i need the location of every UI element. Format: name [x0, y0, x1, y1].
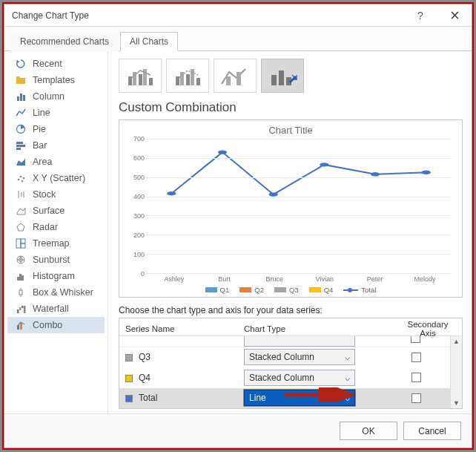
col-series-name: Series Name	[119, 323, 238, 335]
bar-icon	[15, 140, 27, 151]
sidebar-item-label: Templates	[33, 75, 75, 85]
sidebar-item-label: Bar	[33, 140, 47, 151]
line-icon	[15, 107, 27, 119]
svg-rect-44	[191, 69, 194, 85]
cancel-button[interactable]: Cancel	[403, 422, 461, 440]
change-chart-type-dialog: Change Chart Type ? Recommended Charts A…	[4, 4, 472, 448]
tab-recommended[interactable]: Recommended Charts	[10, 32, 119, 51]
svg-rect-25	[19, 274, 22, 281]
section-title: Custom Combination	[119, 100, 463, 115]
chart-title: Chart Title	[127, 125, 454, 136]
sidebar-item-label: Treemap	[33, 238, 70, 249]
chart-type-select[interactable]: Line⌵	[244, 390, 355, 406]
sidebar-item-label: Stock	[33, 189, 56, 200]
svg-rect-41	[176, 76, 179, 85]
sidebar-item-box-whisker[interactable]: Box & Whisker	[7, 284, 105, 301]
svg-rect-46	[226, 76, 231, 85]
series-name-cell: Total	[119, 391, 238, 404]
sidebar-item-column[interactable]: Column	[7, 88, 105, 105]
svg-rect-35	[20, 323, 22, 330]
surface-icon	[15, 205, 27, 217]
sidebar-item-combo[interactable]: Combo	[7, 317, 105, 333]
svg-rect-45	[196, 78, 200, 85]
radar-icon	[15, 221, 27, 233]
sidebar-item-treemap[interactable]: Treemap	[7, 235, 105, 252]
svg-rect-17	[16, 239, 21, 248]
series-scrollbar[interactable]: ▲ ▼	[450, 336, 462, 408]
sidebar-item-label: Pie	[33, 124, 46, 134]
svg-point-11	[23, 177, 25, 180]
legend-total: Total	[361, 286, 376, 294]
templates-icon	[15, 74, 27, 86]
custom-combination-icon	[268, 65, 297, 87]
svg-rect-2	[17, 96, 19, 101]
sidebar-item-label: Surface	[33, 206, 65, 216]
chart-x-axis: AshleyBurtBruceVivianPeterMelody	[127, 274, 454, 283]
sidebar-item-surface[interactable]: Surface	[7, 203, 105, 219]
scroll-up-icon: ▲	[453, 338, 460, 345]
svg-rect-43	[186, 74, 190, 85]
sidebar-item-x-y-scatter-[interactable]: X Y (Scatter)	[7, 170, 105, 186]
svg-rect-42	[180, 72, 184, 85]
secondary-axis-checkbox[interactable]	[411, 373, 421, 382]
recent-icon	[15, 58, 27, 70]
x-y-scatter--icon	[15, 172, 27, 184]
svg-rect-47	[237, 72, 241, 85]
chart-plot-area	[146, 139, 452, 274]
chart-legend: Q1 Q2 Q3 Q4 Total	[127, 286, 454, 294]
variant-custom[interactable]	[261, 59, 304, 93]
tab-all-charts[interactable]: All Charts	[120, 32, 178, 51]
svg-rect-30	[17, 309, 19, 313]
variant-3[interactable]	[214, 59, 257, 93]
help-button[interactable]: ?	[403, 4, 437, 27]
series-row-q3[interactable]: Q3Stacked Column⌵	[119, 347, 450, 367]
sidebar-item-label: Column	[33, 91, 65, 102]
sidebar-item-radar[interactable]: Radar	[7, 219, 105, 235]
legend-q2: Q2	[254, 286, 264, 294]
col-chart-type: Chart Type	[238, 323, 394, 335]
sidebar-item-waterfall[interactable]: Waterfall	[7, 301, 105, 317]
chart-y-axis: 0100200300400500600700	[127, 139, 146, 274]
svg-rect-4	[23, 95, 25, 101]
legend-q3: Q3	[289, 286, 299, 294]
sidebar-item-stock[interactable]: Stock	[7, 186, 105, 203]
svg-rect-26	[22, 275, 24, 281]
variant-2[interactable]	[166, 59, 209, 93]
ok-button[interactable]: OK	[340, 422, 397, 440]
sidebar-item-templates[interactable]: Templates	[7, 72, 105, 88]
sidebar-item-pie[interactable]: Pie	[7, 121, 105, 137]
sidebar-item-bar[interactable]: Bar	[7, 137, 105, 154]
sidebar-item-area[interactable]: Area	[7, 154, 105, 170]
sidebar-item-line[interactable]: Line	[7, 105, 105, 121]
chart-type-select[interactable]: Stacked Column⌵	[244, 370, 355, 386]
sidebar-item-sunburst[interactable]: Sunburst	[7, 252, 105, 268]
svg-point-10	[20, 176, 22, 178]
column-icon	[15, 91, 27, 102]
series-row-total[interactable]: TotalLine⌵	[119, 388, 450, 408]
chart-type-select[interactable]: Stacked Column⌵	[244, 349, 355, 365]
pie-icon	[15, 123, 27, 135]
sidebar-item-recent[interactable]: Recent	[7, 56, 105, 72]
sidebar-item-label: Sunburst	[33, 255, 70, 265]
legend-q4: Q4	[324, 286, 334, 294]
svg-rect-3	[20, 94, 22, 101]
sidebar-item-label: Waterfall	[33, 304, 69, 314]
clustered-column-line-icon	[125, 65, 155, 87]
series-row-q4[interactable]: Q4Stacked Column⌵	[119, 367, 450, 387]
svg-rect-48	[271, 75, 277, 85]
secondary-axis-checkbox[interactable]	[411, 353, 421, 362]
secondary-axis-checkbox[interactable]	[411, 393, 421, 403]
svg-rect-18	[21, 239, 25, 243]
sidebar-item-histogram[interactable]: Histogram	[7, 268, 105, 284]
area-icon	[15, 156, 27, 168]
dialog-title: Change Chart Type	[12, 10, 403, 21]
clustered-column-line-secondary-icon	[173, 65, 202, 87]
series-name-cell: Q3	[119, 350, 238, 364]
variant-1[interactable]	[119, 59, 162, 93]
sunburst-icon	[15, 254, 27, 266]
close-button[interactable]	[437, 4, 472, 27]
sidebar-item-label: Radar	[33, 222, 58, 232]
treemap-icon	[15, 238, 27, 249]
sidebar-item-label: Line	[33, 108, 50, 118]
svg-rect-32	[22, 306, 24, 308]
